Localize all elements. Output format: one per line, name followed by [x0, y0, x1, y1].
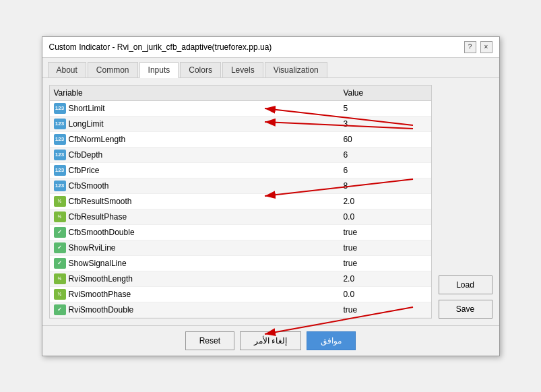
bottom-bar: Reset إلغاء الأمر موافق: [42, 325, 499, 356]
table-row[interactable]: ✓RviSmoothDoubletrue: [50, 302, 431, 317]
variable-value: true: [339, 240, 431, 255]
type-icon: 123: [54, 103, 66, 114]
type-icon: ✓: [54, 304, 66, 315]
variables-table: Variable Value 123ShortLimit5123LongLimi…: [50, 86, 431, 318]
variable-value: 6: [339, 147, 431, 162]
dialog: Custom Indicator - Rvi_on_jurik_cfb_adap…: [42, 36, 500, 356]
variable-value: 3: [339, 116, 431, 131]
table-row[interactable]: ½CfbResultSmooth2.0: [50, 193, 431, 209]
variable-name: ShowRviLine: [69, 243, 116, 253]
variable-name: CfbSmoothDouble: [69, 228, 135, 237]
load-button[interactable]: Load: [439, 275, 492, 294]
type-icon: ✓: [54, 242, 66, 253]
variable-name: RviSmoothDouble: [69, 305, 134, 315]
table-row[interactable]: 123CfbDepth6: [50, 147, 431, 162]
variable-name: CfbDepth: [69, 150, 103, 160]
variable-name: CfbNormLength: [69, 135, 126, 144]
type-icon: 123: [54, 165, 66, 176]
variable-value: 2.0: [339, 271, 431, 286]
type-icon: 123: [54, 134, 66, 145]
table-row[interactable]: 123LongLimit3: [50, 116, 431, 131]
table-row[interactable]: ½RviSmoothPhase0.0: [50, 286, 431, 302]
type-icon: ½: [54, 289, 66, 300]
tab-colors[interactable]: Colors: [180, 62, 221, 77]
content-area: Variable Value 123ShortLimit5123LongLimi…: [42, 78, 499, 325]
variable-name: RviSmoothLength: [69, 274, 133, 284]
table-row[interactable]: ✓ShowSignalLinetrue: [50, 255, 431, 271]
tab-about[interactable]: About: [48, 62, 86, 77]
table-row[interactable]: ✓CfbSmoothDoubletrue: [50, 224, 431, 240]
variable-value: 8: [339, 178, 431, 193]
variable-name: ShowSignalLine: [69, 259, 127, 268]
cancel-button[interactable]: إلغاء الأمر: [240, 331, 301, 350]
variable-value: true: [339, 224, 431, 240]
dialog-title: Custom Indicator - Rvi_on_jurik_cfb_adap…: [49, 42, 272, 52]
variable-name: LongLimit: [69, 119, 104, 129]
table-row[interactable]: ½CfbResultPhase0.0: [50, 209, 431, 224]
variable-name: CfbResultPhase: [69, 212, 127, 222]
type-icon: 123: [54, 119, 66, 129]
variable-name: CfbPrice: [69, 166, 100, 175]
variable-name: CfbResultSmooth: [69, 197, 132, 206]
type-icon: 123: [54, 181, 66, 191]
variable-value: 0.0: [339, 209, 431, 224]
save-button[interactable]: Save: [439, 300, 492, 319]
variables-table-container: Variable Value 123ShortLimit5123LongLimi…: [49, 85, 432, 319]
variable-value: 5: [339, 100, 431, 116]
variable-value: true: [339, 302, 431, 317]
variable-name: CfbSmooth: [69, 181, 109, 191]
col-variable-header: Variable: [50, 86, 340, 101]
table-row[interactable]: 123CfbSmooth8: [50, 178, 431, 193]
table-row[interactable]: ½RviSmoothLength2.0: [50, 271, 431, 286]
help-button[interactable]: ?: [464, 41, 476, 53]
variable-value: 2.0: [339, 193, 431, 209]
close-button[interactable]: ×: [480, 41, 492, 53]
tab-common[interactable]: Common: [88, 62, 138, 77]
type-icon: ½: [54, 273, 66, 284]
type-icon: ½: [54, 196, 66, 207]
title-bar: Custom Indicator - Rvi_on_jurik_cfb_adap…: [42, 37, 499, 58]
type-icon: ✓: [54, 227, 66, 238]
tab-levels[interactable]: Levels: [222, 62, 263, 77]
col-value-header: Value: [339, 86, 431, 101]
ok-button[interactable]: موافق: [307, 331, 356, 350]
variable-value: true: [339, 255, 431, 271]
table-row[interactable]: 123ShortLimit5: [50, 100, 431, 116]
right-panel: بالإعدادت التالية Load Save: [439, 85, 492, 319]
variable-value: 0.0: [339, 286, 431, 302]
table-row[interactable]: ✓ShowRviLinetrue: [50, 240, 431, 255]
tab-bar: About Common Inputs Colors Levels Visual…: [42, 58, 499, 78]
variable-value: 6: [339, 162, 431, 178]
type-icon: ½: [54, 211, 66, 222]
variable-value: 60: [339, 131, 431, 147]
type-icon: ✓: [54, 258, 66, 269]
variable-name: RviSmoothPhase: [69, 290, 131, 299]
variable-name: ShortLimit: [69, 104, 105, 113]
type-icon: 123: [54, 150, 66, 160]
title-controls: ? ×: [464, 41, 492, 53]
tab-visualization[interactable]: Visualization: [265, 62, 327, 77]
table-row[interactable]: 123CfbNormLength60: [50, 131, 431, 147]
tab-inputs[interactable]: Inputs: [139, 62, 179, 78]
table-row[interactable]: 123CfbPrice6: [50, 162, 431, 178]
reset-button[interactable]: Reset: [185, 331, 234, 350]
